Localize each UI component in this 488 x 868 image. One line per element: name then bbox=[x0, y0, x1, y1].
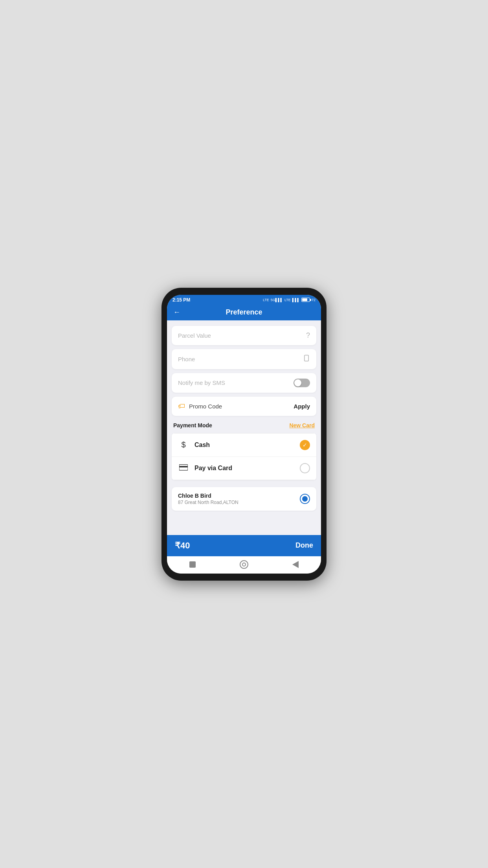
address-name: Chloe B Bird bbox=[178, 493, 300, 499]
payment-mode-label: Payment Mode bbox=[173, 422, 212, 428]
apply-button[interactable]: Apply bbox=[294, 403, 310, 410]
triangle-icon bbox=[292, 561, 299, 568]
svg-rect-3 bbox=[179, 466, 188, 467]
card-radio-unselected bbox=[300, 463, 310, 473]
battery-fill bbox=[302, 298, 307, 301]
promo-code-card[interactable]: 🏷 Promo Code Apply bbox=[172, 397, 316, 416]
promo-code-label: Promo Code bbox=[189, 403, 222, 410]
sms-toggle[interactable] bbox=[294, 379, 310, 387]
content-area: Parcel Value ? Phone Notify me by SMS bbox=[167, 320, 321, 535]
phone-field[interactable]: Phone bbox=[172, 349, 316, 369]
done-button[interactable]: Done bbox=[295, 541, 313, 550]
address-radio-selected bbox=[300, 494, 310, 504]
nav-square-button[interactable] bbox=[188, 560, 197, 569]
signal-icon-2: ▌▌▌ bbox=[292, 298, 300, 302]
cash-label: Cash bbox=[194, 441, 294, 449]
network-indicator: LTE bbox=[263, 298, 269, 302]
status-bar: 2:15 PM LTE 5G▌▌▌ LTE ▌▌▌ 72 bbox=[167, 295, 321, 304]
promo-left: 🏷 Promo Code bbox=[178, 402, 222, 410]
phone-placeholder: Phone bbox=[178, 356, 195, 362]
network-indicator-2: LTE bbox=[284, 298, 291, 302]
check-icon: ✓ bbox=[303, 442, 307, 448]
payment-options-container: $ Cash ✓ Pay via Card bbox=[172, 433, 316, 480]
app-header: ← Preference bbox=[167, 304, 321, 320]
nav-bar bbox=[167, 556, 321, 574]
address-info: Chloe B Bird 87 Great North Road,ALTON bbox=[178, 493, 300, 505]
payment-mode-header: Payment Mode New Card bbox=[172, 420, 316, 429]
promo-tag-icon: 🏷 bbox=[178, 402, 185, 410]
phone-device: 2:15 PM LTE 5G▌▌▌ LTE ▌▌▌ 72 ← Preferenc… bbox=[161, 288, 327, 581]
cash-icon: $ bbox=[178, 440, 189, 449]
parcel-value-placeholder: Parcel Value bbox=[178, 332, 211, 339]
back-button[interactable]: ← bbox=[173, 308, 180, 316]
nav-back-button[interactable] bbox=[291, 560, 300, 569]
nav-home-button[interactable] bbox=[240, 560, 248, 569]
signal-icon: 5G▌▌▌ bbox=[271, 298, 283, 302]
new-card-link[interactable]: New Card bbox=[289, 422, 315, 428]
phone-screen: 2:15 PM LTE 5G▌▌▌ LTE ▌▌▌ 72 ← Preferenc… bbox=[167, 295, 321, 574]
page-title: Preference bbox=[187, 308, 301, 316]
parcel-value-field[interactable]: Parcel Value ? bbox=[172, 326, 316, 345]
status-icons: LTE 5G▌▌▌ LTE ▌▌▌ 72 bbox=[263, 298, 316, 302]
bottom-bar: ₹40 Done bbox=[167, 535, 321, 556]
circle-inner-icon bbox=[242, 563, 246, 566]
toggle-thumb bbox=[294, 379, 301, 386]
cash-option[interactable]: $ Cash ✓ bbox=[172, 433, 316, 457]
notify-sms-field[interactable]: Notify me by SMS bbox=[172, 373, 316, 393]
card-icon bbox=[178, 463, 189, 473]
square-icon bbox=[189, 561, 196, 568]
battery-percent: 72 bbox=[312, 298, 316, 302]
cash-radio-selected: ✓ bbox=[300, 440, 310, 450]
address-card[interactable]: Chloe B Bird 87 Great North Road,ALTON bbox=[172, 487, 316, 511]
status-time: 2:15 PM bbox=[172, 297, 190, 303]
price-label: ₹40 bbox=[175, 541, 190, 551]
phone-icon bbox=[303, 355, 310, 364]
help-icon: ? bbox=[306, 331, 310, 340]
notify-label: Notify me by SMS bbox=[178, 379, 225, 386]
radio-inner bbox=[302, 496, 308, 502]
card-option[interactable]: Pay via Card bbox=[172, 457, 316, 480]
battery-icon bbox=[301, 298, 310, 302]
card-label: Pay via Card bbox=[194, 465, 294, 472]
circle-icon bbox=[240, 560, 248, 569]
address-detail: 87 Great North Road,ALTON bbox=[178, 500, 300, 505]
